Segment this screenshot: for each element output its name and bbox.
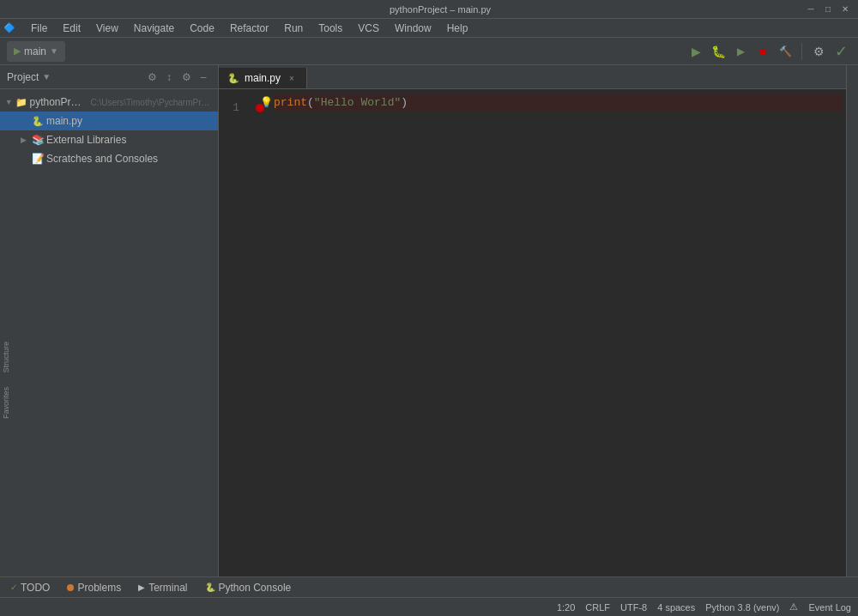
- structure-label[interactable]: Structure: [0, 335, 17, 380]
- tab-label: main.py: [245, 72, 281, 84]
- bottom-tab-todo[interactable]: ✓ TODO: [3, 579, 57, 596]
- python-console-label: Python Console: [219, 582, 292, 594]
- menu-item-help[interactable]: Help: [440, 21, 475, 36]
- terminal-label: Terminal: [148, 582, 187, 594]
- sidebar-options-button[interactable]: ⚙: [178, 69, 194, 85]
- tab-close-button[interactable]: ×: [286, 72, 298, 84]
- menu-item-file[interactable]: File: [24, 21, 54, 36]
- vertical-tool-labels: Structure Favorites: [0, 335, 17, 426]
- code-line-1: 💡 print("Hello World"): [274, 94, 843, 112]
- tab-main-py[interactable]: 🐍 main.py ×: [219, 68, 307, 88]
- scratches-icon: 📝: [31, 152, 45, 166]
- menu-item-run[interactable]: Run: [277, 21, 310, 36]
- status-event-log[interactable]: Event Log: [808, 602, 851, 613]
- minimize-button[interactable]: ─: [805, 3, 817, 15]
- bottom-bar: ✓ TODO Problems ▶ Terminal 🐍 Python Cons…: [0, 577, 858, 597]
- menu-item-navigate[interactable]: Navigate: [127, 21, 181, 36]
- status-line-endings[interactable]: CRLF: [585, 602, 610, 613]
- scratches-label: Scratches and Consoles: [46, 153, 158, 165]
- tree-arrow-main: [17, 115, 29, 127]
- bottom-tab-python-console[interactable]: 🐍 Python Console: [198, 579, 299, 596]
- bottom-tab-terminal[interactable]: ▶ Terminal: [131, 579, 194, 596]
- window-title: pythonProject – main.py: [76, 4, 805, 15]
- close-button[interactable]: ✕: [839, 3, 851, 15]
- menu-item-refactor[interactable]: Refactor: [223, 21, 275, 36]
- code-editor[interactable]: 1 💡 print("Hello World"): [219, 89, 846, 577]
- app-icon: 🔷: [3, 22, 15, 33]
- problems-dot: [67, 584, 74, 591]
- settings-button[interactable]: ⚙: [809, 42, 828, 61]
- menu-item-code[interactable]: Code: [183, 21, 221, 36]
- toolbar: ▶ main ▼ ▶ 🐛 ▶ ■ 🔨 ⚙ ✓: [0, 38, 858, 65]
- todo-label: TODO: [21, 582, 50, 594]
- tree-item-external-libraries[interactable]: ▶ 📚 External Libraries: [0, 130, 218, 149]
- tab-py-icon: 🐍: [227, 73, 239, 84]
- run-config-selector[interactable]: ▶ main ▼: [7, 41, 65, 62]
- sidebar-content: ▼ 📁 pythonProject C:\Users\Timothy\Pycha…: [0, 89, 218, 577]
- menu-item-edit[interactable]: Edit: [56, 21, 88, 36]
- status-right: 1:20 CRLF UTF-8 4 spaces Python 3.8 (ven…: [557, 601, 851, 613]
- python-console-icon: 🐍: [205, 583, 215, 592]
- tree-arrow-scratches: [17, 153, 29, 165]
- editor-area: 🐍 main.py × 1 💡 print("Hello World": [219, 65, 846, 577]
- menu-item-view[interactable]: View: [89, 21, 125, 36]
- menu-item-window[interactable]: Window: [388, 21, 438, 36]
- tree-arrow-libraries: ▶: [17, 134, 29, 146]
- line-numbers: 1: [219, 89, 253, 577]
- sidebar: Project ▼ ⚙ ↕ ⚙ – ▼ 📁 pythonProject C:\U…: [0, 65, 219, 577]
- favorites-label[interactable]: Favorites: [0, 380, 17, 426]
- debug-button[interactable]: 🐛: [709, 42, 728, 61]
- code-content[interactable]: 💡 print("Hello World"): [270, 89, 846, 577]
- project-root-path: C:\Users\Timothy\PycharmProjects\p: [90, 98, 214, 107]
- menu-item-tools[interactable]: Tools: [311, 21, 349, 36]
- project-root-label: pythonProject: [30, 96, 86, 108]
- status-interpreter[interactable]: Python 3.8 (venv): [705, 602, 779, 613]
- run-with-coverage-button[interactable]: ▶: [731, 42, 750, 61]
- sidebar-settings-button[interactable]: ⚙: [144, 69, 160, 85]
- keyword-print: print: [274, 94, 307, 112]
- tree-arrow-project: ▼: [3, 96, 14, 108]
- sidebar-sort-button[interactable]: ↕: [161, 69, 177, 85]
- line-number-1: 1: [219, 94, 246, 117]
- main-py-label: main.py: [46, 115, 82, 127]
- paren-close: ): [401, 94, 408, 112]
- code-gutter: [253, 89, 270, 577]
- lightbulb-icon[interactable]: 💡: [260, 94, 273, 112]
- right-gutter: [846, 65, 858, 577]
- sidebar-minimize-button[interactable]: –: [196, 69, 211, 85]
- status-position[interactable]: 1:20: [557, 602, 575, 613]
- build-button[interactable]: 🔨: [776, 42, 795, 61]
- main-layout: Project ▼ ⚙ ↕ ⚙ – ▼ 📁 pythonProject C:\U…: [0, 65, 858, 577]
- tab-bar: 🐍 main.py ×: [219, 65, 846, 89]
- maximize-button[interactable]: □: [822, 3, 834, 15]
- run-config-name: main: [24, 45, 46, 57]
- terminal-icon: ▶: [138, 583, 145, 592]
- status-warning-icon[interactable]: ⚠: [789, 601, 798, 613]
- bottom-tab-problems[interactable]: Problems: [60, 579, 128, 596]
- sidebar-title[interactable]: Project ▼: [7, 71, 51, 83]
- sidebar-tools: ⚙ ↕ ⚙ –: [144, 69, 211, 85]
- folder-icon: 📁: [15, 95, 27, 109]
- toolbar-separator: [801, 43, 802, 60]
- sidebar-dropdown-arrow[interactable]: ▼: [42, 72, 51, 82]
- toolbar-left: ▶ main ▼: [7, 41, 65, 62]
- stop-button[interactable]: ■: [753, 42, 772, 61]
- todo-icon: ✓: [10, 583, 17, 592]
- run-config-icon: ▶: [14, 45, 21, 57]
- problems-label: Problems: [77, 582, 121, 594]
- menu-item-vcs[interactable]: VCS: [351, 21, 386, 36]
- run-button[interactable]: ▶: [686, 42, 705, 61]
- paren-open: (: [307, 94, 314, 112]
- python-file-icon: 🐍: [31, 114, 45, 128]
- tree-item-main-py[interactable]: 🐍 main.py: [0, 112, 218, 130]
- sidebar-header: Project ▼ ⚙ ↕ ⚙ –: [0, 65, 218, 89]
- checkmark-icon: ✓: [831, 42, 851, 61]
- status-indent[interactable]: 4 spaces: [657, 602, 695, 613]
- toolbar-right: ▶ 🐛 ▶ ■ 🔨 ⚙ ✓: [686, 42, 851, 61]
- tree-item-project-root[interactable]: ▼ 📁 pythonProject C:\Users\Timothy\Pycha…: [0, 93, 218, 112]
- title-bar: pythonProject – main.py ─ □ ✕: [0, 0, 858, 19]
- status-encoding[interactable]: UTF-8: [620, 602, 647, 613]
- library-icon: 📚: [31, 133, 45, 147]
- tree-item-scratches[interactable]: 📝 Scratches and Consoles: [0, 149, 218, 168]
- string-value: "Hello World": [314, 94, 401, 112]
